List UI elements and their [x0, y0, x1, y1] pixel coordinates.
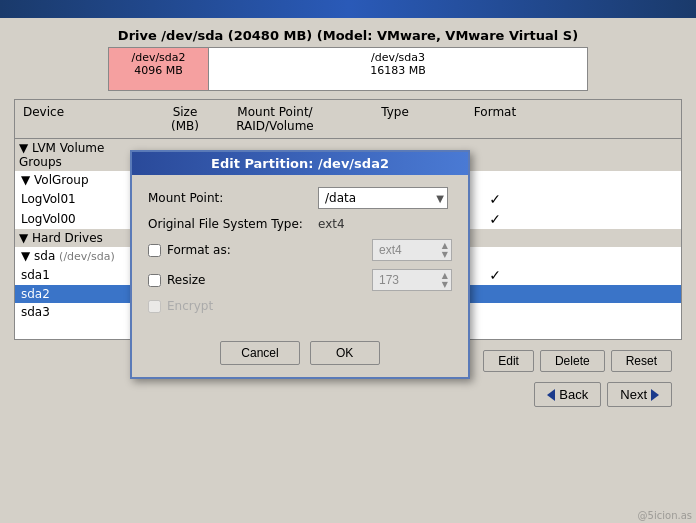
original-fs-label: Original File System Type:: [148, 217, 318, 231]
encrypt-row: Encrypt: [148, 299, 452, 313]
ok-button[interactable]: OK: [310, 341, 380, 365]
encrypt-label: Encrypt: [167, 299, 213, 313]
spinbox-arrows-icon: ▲▼: [442, 241, 448, 259]
resize-row: Resize ▲▼: [148, 269, 452, 291]
mount-point-row: Mount Point: /data ▼: [148, 187, 452, 209]
resize-input[interactable]: [372, 269, 452, 291]
encrypt-checkbox[interactable]: [148, 300, 161, 313]
modal-footer: Cancel OK: [132, 333, 468, 377]
original-fs-row: Original File System Type: ext4: [148, 217, 452, 231]
resize-label: Resize: [167, 273, 205, 287]
format-as-row: Format as: ▲▼: [148, 239, 452, 261]
mount-point-dropdown-container: /data ▼: [318, 187, 448, 209]
resize-checkbox[interactable]: [148, 274, 161, 287]
format-as-label: Format as:: [167, 243, 231, 257]
mount-point-label: Mount Point:: [148, 191, 318, 205]
mount-point-dropdown[interactable]: /data: [318, 187, 448, 209]
resize-spinbox-arrows-icon: ▲▼: [442, 271, 448, 289]
format-as-input[interactable]: [372, 239, 452, 261]
format-as-checkbox[interactable]: [148, 244, 161, 257]
modal-body: Mount Point: /data ▼ Original File Syste…: [132, 175, 468, 333]
edit-partition-dialog: Edit Partition: /dev/sda2 Mount Point: /…: [130, 150, 470, 379]
original-fs-value: ext4: [318, 217, 345, 231]
modal-overlay: Edit Partition: /dev/sda2 Mount Point: /…: [0, 0, 696, 523]
watermark: @5icion.as: [638, 510, 692, 521]
cancel-button[interactable]: Cancel: [220, 341, 299, 365]
modal-title: Edit Partition: /dev/sda2: [132, 152, 468, 175]
